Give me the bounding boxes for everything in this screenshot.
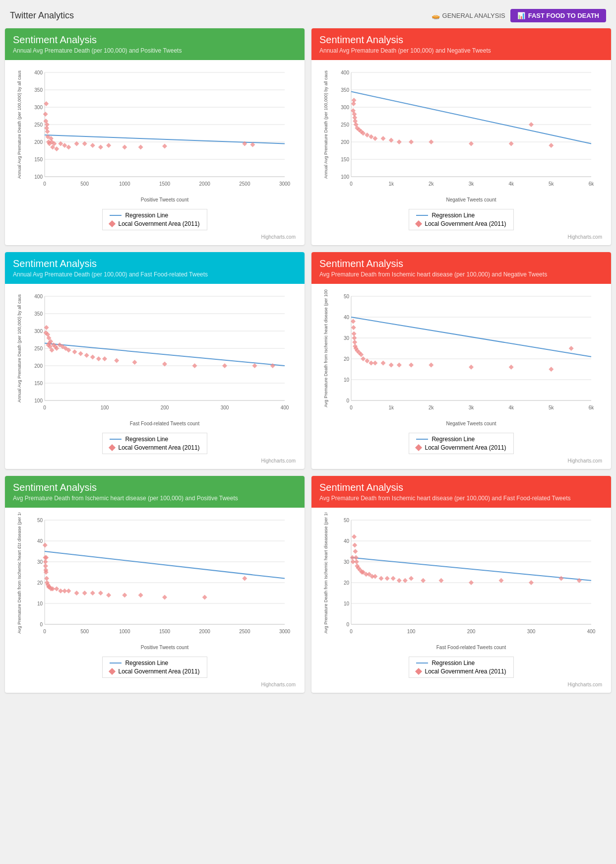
svg-marker-199 [569, 346, 574, 351]
svg-text:0: 0 [346, 622, 349, 627]
chart-title-1: Sentiment Analysis [13, 34, 297, 46]
svg-marker-178 [351, 325, 356, 330]
svg-text:4k: 4k [508, 405, 514, 410]
svg-marker-191 [381, 360, 386, 365]
svg-marker-198 [549, 367, 554, 372]
chart-header-2: Sentiment AnalysisAnnual Avg Premature D… [311, 28, 611, 60]
legend-lga: Local Government Area (2011) [416, 444, 506, 451]
svg-text:200: 200 [34, 139, 43, 145]
svg-text:Negative Tweets count: Negative Tweets count [446, 421, 496, 426]
svg-marker-48 [162, 143, 167, 148]
svg-text:400: 400 [34, 70, 43, 75]
chart-title-4: Sentiment Analysis [319, 258, 603, 269]
svg-text:0: 0 [43, 181, 46, 187]
svg-marker-195 [429, 363, 433, 368]
svg-text:Positive Tweets count: Positive Tweets count [141, 645, 189, 650]
nav-fastfood[interactable]: 📊 FAST FOOD TO DEATH [510, 9, 606, 22]
svg-marker-296 [421, 578, 426, 583]
svg-marker-193 [397, 363, 402, 368]
chart-svg-2: 10015020025030035040001k2k3k4k5k6kAnnual… [316, 65, 606, 204]
svg-text:Annual Avg Premature Death (pe: Annual Avg Premature Death (per 100,000)… [323, 70, 328, 179]
svg-marker-289 [372, 574, 377, 579]
svg-text:10: 10 [344, 377, 350, 383]
svg-line-223 [45, 551, 285, 579]
svg-text:0: 0 [350, 181, 353, 187]
chart-legend-3: Regression Line Local Government Area (2… [102, 433, 207, 454]
nav-general[interactable]: 🥧 GENERAL ANALYSIS [431, 12, 505, 20]
page-header: Twitter Analytics 🥧 GENERAL ANALYSIS 📊 F… [5, 5, 611, 28]
svg-text:2500: 2500 [239, 629, 250, 634]
legend-line-symbol [416, 215, 428, 216]
legend-regression: Regression Line [416, 660, 475, 666]
svg-text:400: 400 [281, 405, 289, 410]
svg-text:30: 30 [344, 559, 350, 565]
legend-regression: Regression Line [416, 436, 475, 443]
svg-marker-79 [352, 98, 357, 103]
svg-marker-177 [351, 319, 356, 324]
chart-body-1: 1001502002503003504000500100015002000250… [5, 60, 305, 245]
svg-marker-179 [352, 332, 357, 336]
svg-marker-99 [549, 143, 554, 148]
svg-marker-29 [45, 129, 50, 134]
svg-text:20: 20 [37, 580, 43, 586]
legend-point-label: Local Government Area (2011) [425, 220, 506, 227]
svg-marker-277 [352, 542, 357, 547]
svg-text:300: 300 [34, 329, 43, 334]
svg-text:350: 350 [34, 311, 43, 317]
svg-marker-242 [74, 591, 79, 596]
svg-text:100: 100 [407, 629, 416, 634]
svg-marker-293 [397, 578, 402, 583]
chart-svg-5: 01020304050050010001500200025003000Avg P… [10, 513, 300, 652]
svg-marker-247 [122, 593, 127, 598]
svg-text:3k: 3k [469, 181, 475, 187]
svg-text:0: 0 [350, 629, 353, 634]
chart-body-2: 10015020025030035040001k2k3k4k5k6kAnnual… [311, 60, 611, 245]
svg-text:1k: 1k [388, 181, 394, 187]
svg-marker-192 [389, 363, 394, 368]
svg-text:250: 250 [34, 346, 43, 351]
svg-marker-91 [381, 136, 386, 141]
chart-credit-1: Highcharts.com [10, 233, 300, 243]
svg-text:500: 500 [80, 629, 89, 634]
svg-text:20: 20 [344, 356, 350, 362]
svg-marker-297 [439, 578, 444, 583]
header-nav: 🥧 GENERAL ANALYSIS 📊 FAST FOOD TO DEATH [431, 9, 606, 22]
svg-line-23 [45, 135, 285, 144]
svg-marker-93 [397, 139, 402, 144]
svg-marker-146 [114, 358, 119, 363]
legend-lga: Local Government Area (2011) [416, 668, 506, 675]
chart-subtitle-6: Avg Premature Death from Ischemic heart … [319, 495, 603, 502]
svg-marker-298 [469, 580, 474, 585]
svg-text:5k: 5k [549, 405, 554, 410]
svg-text:0: 0 [346, 398, 349, 403]
svg-marker-144 [96, 356, 101, 361]
svg-text:Annual Avg Premature Death (pe: Annual Avg Premature Death (per 100,000)… [17, 70, 22, 179]
svg-text:1500: 1500 [159, 629, 171, 634]
svg-text:3k: 3k [469, 405, 475, 410]
svg-marker-24 [43, 112, 48, 117]
chart-title-2: Sentiment Analysis [319, 34, 603, 46]
svg-marker-190 [372, 360, 377, 365]
legend-point-label: Local Government Area (2011) [425, 444, 506, 451]
chart-legend-1: Regression Line Local Government Area (2… [102, 209, 207, 230]
svg-marker-226 [43, 559, 48, 564]
svg-text:2k: 2k [429, 405, 434, 410]
svg-marker-244 [90, 591, 95, 596]
nav-general-label: GENERAL ANALYSIS [442, 12, 505, 19]
chart-header-5: Sentiment AnalysisAvg Premature Death fr… [5, 476, 305, 508]
legend-diamond-symbol [109, 220, 116, 227]
svg-text:100: 100 [101, 405, 109, 410]
legend-lga: Local Government Area (2011) [110, 668, 199, 675]
svg-text:2000: 2000 [199, 181, 211, 187]
svg-marker-290 [379, 576, 384, 581]
chart-card-6: Sentiment AnalysisAvg Premature Death fr… [311, 476, 611, 693]
svg-text:0: 0 [43, 405, 46, 410]
svg-marker-280 [354, 559, 359, 564]
legend-line-label: Regression Line [431, 660, 475, 666]
svg-text:Negative Tweets count: Negative Tweets count [446, 197, 496, 202]
svg-text:Avg Premature Death from Ische: Avg Premature Death from Ischemic heart … [323, 513, 328, 633]
legend-line-label: Regression Line [431, 436, 475, 443]
chart-subtitle-1: Annual Avg Premature Death (per 100,000)… [13, 47, 297, 54]
chart-svg-4: 0102030405001k2k3k4k5k6kAvg Premature De… [316, 289, 606, 428]
svg-marker-300 [529, 580, 534, 585]
